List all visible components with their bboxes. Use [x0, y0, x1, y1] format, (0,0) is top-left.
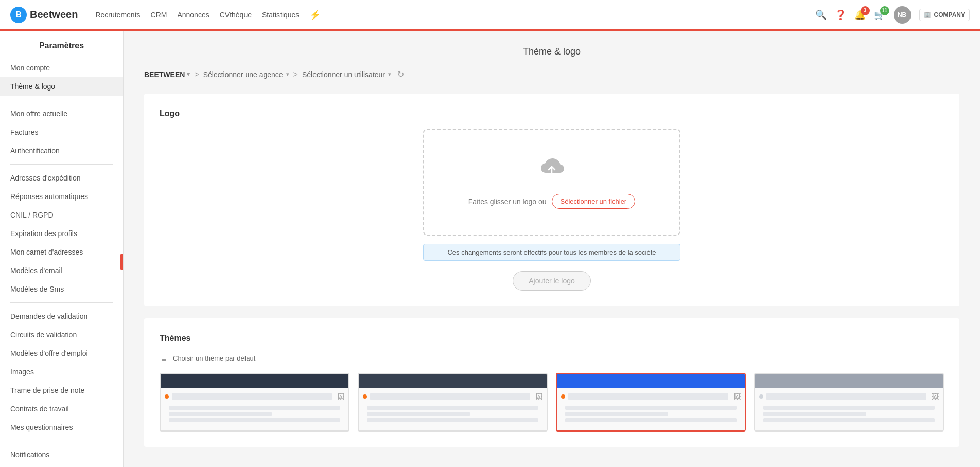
upload-cloud-icon	[535, 155, 568, 188]
company-icon: 🏢	[924, 11, 931, 18]
theme-option-dark2[interactable]: 🖼	[358, 373, 548, 432]
sidebar-item-notifications[interactable]: Notifications	[0, 445, 123, 464]
theme-header-bar	[557, 374, 745, 388]
cart-icon[interactable]: 🛒 11	[874, 9, 885, 21]
breadcrumb-user-chevron: ▾	[388, 71, 391, 78]
theme-image-icon: 🖼	[337, 392, 344, 401]
nav-cvtheque[interactable]: CVthèque	[220, 9, 252, 21]
breadcrumb-company-label: BEETWEEN	[144, 70, 185, 79]
logo-icon: B	[10, 7, 27, 23]
dropzone-text: Faites glisser un logo ou Sélectionner u…	[468, 194, 635, 209]
nav-statistiques[interactable]: Statistiques	[262, 9, 299, 21]
themes-grid: 🖼	[160, 373, 944, 432]
theme-line-short	[763, 412, 866, 416]
select-file-button[interactable]: Sélectionner un fichier	[552, 194, 636, 209]
breadcrumb-sep-2: >	[293, 70, 298, 79]
theme-dot	[759, 394, 763, 399]
logo-area[interactable]: B Beetween	[10, 7, 78, 23]
theme-image-icon: 🖼	[932, 392, 939, 401]
sidebar-item-auth[interactable]: Authentification	[0, 141, 123, 160]
theme-line	[565, 406, 737, 410]
sidebar-item-images[interactable]: Images	[0, 363, 123, 381]
theme-line	[763, 418, 935, 422]
sidebar-item-questionnaires[interactable]: Mes questionnaires	[0, 418, 123, 437]
add-logo-button[interactable]: Ajouter le logo	[513, 271, 591, 291]
theme-line	[169, 406, 340, 410]
nav-annonces[interactable]: Annonces	[177, 9, 209, 21]
theme-line-short	[565, 412, 668, 416]
sidebar-item-carnet[interactable]: Mon carnet d'adresses	[0, 243, 123, 261]
logo-card: Logo Faites glisser un logo ou Sélection…	[144, 94, 959, 306]
logo-dropzone[interactable]: Faites glisser un logo ou Sélectionner u…	[423, 129, 680, 236]
nav-recrutements[interactable]: Recrutements	[95, 9, 140, 21]
sidebar-item-mon-compte[interactable]: Mon compte	[0, 59, 123, 77]
sidebar-item-multidiffusion[interactable]: Comptes multi-diffusion	[0, 464, 123, 467]
theme-header-bar	[755, 374, 943, 388]
theme-option-gray[interactable]: 🖼	[754, 373, 944, 432]
nav-crm[interactable]: CRM	[151, 9, 167, 21]
sidebar-item-expiration[interactable]: Expiration des profils	[0, 224, 123, 243]
theme-row: 🖼	[759, 392, 939, 401]
breadcrumb-agency[interactable]: Sélectionner une agence ▾	[203, 70, 289, 79]
sidebar-divider-1	[10, 100, 113, 100]
sidebar-item-modeles-offre[interactable]: Modèles d'offre d'emploi	[0, 344, 123, 363]
company-switcher[interactable]: 🏢 COMPANY	[919, 9, 970, 21]
theme-dot	[561, 394, 565, 399]
sidebar-item-factures[interactable]: Factures	[0, 123, 123, 141]
theme-line	[169, 418, 340, 422]
theme-body: 🖼	[359, 388, 547, 430]
sidebar-divider-2	[10, 164, 113, 165]
theme-image-icon: 🖼	[733, 392, 741, 401]
theme-dot	[363, 394, 367, 399]
sidebar-item-emails[interactable]: Modèles d'email	[0, 261, 123, 280]
theme-option-dark[interactable]: 🖼	[160, 373, 349, 432]
nav-links: Recrutements CRM Annonces CVthèque Stati…	[95, 9, 802, 21]
theme-body: 🖼	[557, 388, 745, 430]
sidebar-item-trame[interactable]: Trame de prise de note	[0, 381, 123, 400]
notifications-bell[interactable]: 🔔 3	[854, 9, 866, 21]
theme-row: 🖼	[165, 392, 344, 401]
bolt-icon[interactable]: ⚡	[309, 9, 321, 21]
theme-lines	[759, 404, 939, 426]
logo-text: Beetween	[30, 9, 78, 21]
theme-header-bar	[359, 374, 547, 388]
top-navigation: B Beetween Recrutements CRM Annonces CVt…	[0, 0, 980, 31]
theme-lines	[165, 404, 344, 426]
sidebar-item-circuits[interactable]: Circuits de validation	[0, 326, 123, 344]
breadcrumb: BEETWEEN ▾ > Sélectionner une agence ▾ >…	[144, 69, 959, 79]
info-banner: Ces changements seront effectifs pour to…	[423, 244, 680, 261]
sidebar: Paramètres Mon compte Thème & logo Mon o…	[0, 31, 124, 467]
sidebar-divider-3	[10, 302, 113, 303]
theme-lines	[561, 404, 741, 426]
theme-line	[367, 406, 538, 410]
sidebar-item-contrats[interactable]: Contrats de travail	[0, 400, 123, 418]
sidebar-item-theme-logo[interactable]: Thème & logo	[0, 77, 123, 96]
user-avatar[interactable]: NB	[894, 6, 911, 24]
monitor-icon: 🖥	[160, 353, 168, 363]
sidebar-item-adresses[interactable]: Adresses d'expédition	[0, 169, 123, 187]
help-icon[interactable]: ❓	[835, 9, 846, 21]
sidebar-item-reponses[interactable]: Réponses automatiques	[0, 187, 123, 206]
theme-line-short	[169, 412, 272, 416]
theme-image-icon: 🖼	[535, 392, 542, 401]
themes-section-title: Thèmes	[160, 334, 944, 343]
sidebar-item-cnil[interactable]: CNIL / RGPD	[0, 206, 123, 224]
theme-line-short	[367, 412, 470, 416]
breadcrumb-company[interactable]: BEETWEEN ▾	[144, 70, 190, 79]
breadcrumb-user[interactable]: Sélectionner un utilisateur ▾	[302, 70, 391, 79]
sidebar-item-demandes[interactable]: Demandes de validation	[0, 307, 123, 326]
sidebar-item-sms[interactable]: Modèles de Sms	[0, 280, 123, 298]
theme-field	[568, 393, 728, 400]
breadcrumb-sep-1: >	[194, 70, 199, 79]
sidebar-item-mon-offre[interactable]: Mon offre actuelle	[0, 104, 123, 123]
theme-option-blue[interactable]: 🖼	[556, 373, 746, 432]
breadcrumb-company-chevron: ▾	[187, 71, 190, 78]
theme-row: 🖼	[561, 392, 741, 401]
breadcrumb-agency-chevron: ▾	[286, 71, 289, 78]
theme-field	[766, 393, 926, 400]
search-icon[interactable]: 🔍	[815, 9, 827, 21]
themes-default-label: Choisir un thème par défaut	[173, 354, 255, 362]
refresh-icon[interactable]: ↻	[397, 69, 404, 79]
theme-field	[172, 393, 332, 400]
theme-body: 🖼	[161, 388, 348, 430]
